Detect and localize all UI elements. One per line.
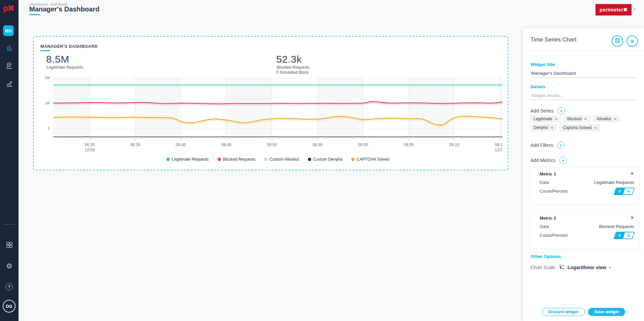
floppy-icon: [615, 38, 620, 45]
series-chip-label: Blocked: [567, 117, 582, 121]
metric-data-label: Data: [540, 224, 549, 229]
chart-scale-row: Chart Scale: Logarithmic view ▾: [530, 264, 611, 270]
legend-item[interactable]: ✓Custom Allowlist: [264, 157, 299, 162]
metric-title: Metric 2: [540, 216, 556, 221]
metric-data-value[interactable]: Legitimate Requests: [594, 180, 634, 185]
stat-blocked-label: Blocked Requests: [277, 65, 310, 70]
y-tick-1: 1: [34, 126, 50, 130]
other-options-label: Other Options: [530, 254, 561, 259]
count-percent-toggle[interactable]: # %: [613, 232, 635, 239]
legend-item[interactable]: ✓CAPTCHA Solved: [351, 157, 389, 162]
percent-segment[interactable]: %: [623, 232, 634, 238]
save-widget-button[interactable]: Save widget: [588, 308, 625, 316]
chart-canvas: 08:3008:3508:4008:4508:5008:5509:0009:05…: [53, 75, 503, 152]
workspace-badge[interactable]: BD: [3, 25, 14, 36]
header-divider: [29, 30, 519, 30]
app-root: p✖ BD: [0, 0, 644, 321]
px-logo: p✖: [3, 3, 14, 13]
svg-text:12/28: 12/28: [85, 148, 95, 152]
series-chip[interactable]: Denylist×: [530, 124, 557, 131]
user-avatar[interactable]: DG: [3, 300, 15, 313]
remove-chip-icon[interactable]: ×: [614, 117, 616, 121]
legend-dot-icon: ✓: [218, 158, 221, 161]
remove-chip-icon[interactable]: ×: [585, 117, 587, 121]
sidebar-item-dashboard[interactable]: [0, 42, 19, 53]
legend-item[interactable]: ✓Custom Denylist: [308, 157, 343, 162]
save-widget-icon-button[interactable]: [612, 35, 623, 47]
trend-up-icon: [5, 80, 13, 88]
magnifier-chart-icon: [5, 62, 13, 70]
close-panel-button[interactable]: ×: [626, 35, 638, 47]
grid-icon: [6, 241, 13, 249]
series-chip[interactable]: Legitimate×: [530, 115, 561, 123]
brand-caret-icon[interactable]: ▾: [633, 7, 636, 12]
legend-item[interactable]: ✓Blocked Requests: [218, 157, 256, 162]
svg-text:08:35: 08:35: [130, 142, 140, 147]
time-series-chart: 08:3008:3508:4008:4508:5008:5509:0009:05…: [53, 75, 503, 152]
stat-blocked-value: 52.3k: [276, 54, 302, 65]
legend-dot-icon: ✓: [351, 158, 355, 161]
sidebar-item-settings[interactable]: ⚙: [0, 260, 19, 271]
remove-chip-icon[interactable]: ×: [555, 117, 557, 121]
metric-data-value[interactable]: Blocked Requests: [599, 224, 634, 229]
percent-segment[interactable]: %: [623, 188, 634, 194]
series-chip[interactable]: Blocked×: [564, 115, 590, 123]
legend-label: Legitimate Requests: [172, 157, 208, 162]
svg-text:08:55: 08:55: [313, 142, 323, 147]
metric-toggle-label: Count/Percent: [540, 233, 568, 238]
stat-legitimate-value: 8.5M: [46, 54, 69, 65]
gear-icon: ⚙: [6, 262, 12, 269]
sidebar-item-help[interactable]: ?: [0, 281, 19, 292]
details-input[interactable]: [530, 91, 637, 100]
page-title-underline: [29, 14, 40, 15]
legend-dot-icon: ✓: [264, 158, 267, 161]
add-series-label: Add Series: [530, 108, 553, 114]
metric-card-2: Metric 2 × Data Blocked Requests Count/P…: [530, 211, 639, 249]
sidebar-divider: [3, 224, 15, 225]
series-chip-list: Legitimate×Blocked×Allowlist×Denylist×Ca…: [530, 115, 641, 131]
widget-title-underline: [40, 50, 50, 51]
legend-label: CAPTCHA Solved: [357, 157, 389, 162]
svg-text:08:40: 08:40: [176, 142, 186, 147]
svg-text:08:50: 08:50: [267, 142, 277, 147]
svg-text:09:05: 09:05: [404, 142, 414, 147]
svg-text:08:45: 08:45: [221, 142, 231, 147]
svg-text:09:10: 09:10: [449, 142, 459, 147]
page-title: Manager's Dashboard: [29, 5, 99, 13]
sidebar-item-investigation[interactable]: [0, 60, 19, 71]
svg-text:09:15: 09:15: [495, 142, 503, 147]
svg-text:08:30: 08:30: [85, 142, 95, 147]
add-metrics-label: Add Metrics: [530, 158, 555, 163]
time-series-widget[interactable]: MANAGER'S DASHBOARD 8.5M Legitimate Requ…: [33, 36, 508, 170]
sidebar-item-apps[interactable]: [0, 239, 19, 251]
series-chip[interactable]: Allowlist×: [593, 115, 620, 123]
legend-dot-icon: ✓: [166, 158, 170, 161]
add-series-button[interactable]: +: [557, 107, 565, 115]
remove-metric-icon[interactable]: ×: [631, 171, 634, 176]
widget-title-label: Widget title: [530, 62, 555, 67]
chart-scale-caret-icon[interactable]: ▾: [609, 265, 611, 270]
remove-metric-icon[interactable]: ×: [631, 215, 634, 220]
add-metrics-button[interactable]: +: [559, 157, 567, 164]
legend-label: Custom Allowlist: [269, 157, 299, 162]
sidebar: p✖ BD: [0, 0, 19, 321]
panel-divider: [523, 252, 644, 252]
remove-chip-icon[interactable]: ×: [594, 126, 597, 130]
legend-label: Blocked Requests: [223, 157, 256, 162]
remove-chip-icon[interactable]: ×: [551, 126, 553, 130]
series-chip[interactable]: Captcha Solved×: [559, 124, 600, 131]
legend-label: Custom Denylist: [313, 157, 343, 162]
discard-widget-button[interactable]: Discard widget: [542, 308, 585, 316]
metric-toggle-label: Count/Percent: [540, 189, 568, 194]
chart-scale-value[interactable]: Logarithmic view: [568, 265, 606, 270]
count-percent-toggle[interactable]: # %: [613, 188, 635, 195]
stat-blocked-sub: 0 Simulated Block: [276, 70, 309, 75]
series-chip-label: Allowlist: [597, 117, 611, 121]
brand-logo[interactable]: perimeter✖: [595, 4, 632, 15]
legend-item[interactable]: ✓Legitimate Requests: [166, 157, 208, 162]
widget-title: MANAGER'S DASHBOARD: [40, 44, 98, 49]
y-tick-1k: 1K: [34, 101, 50, 105]
sidebar-item-trends[interactable]: [0, 78, 19, 90]
widget-title-input[interactable]: [530, 69, 637, 78]
add-filters-button[interactable]: +: [557, 141, 565, 149]
